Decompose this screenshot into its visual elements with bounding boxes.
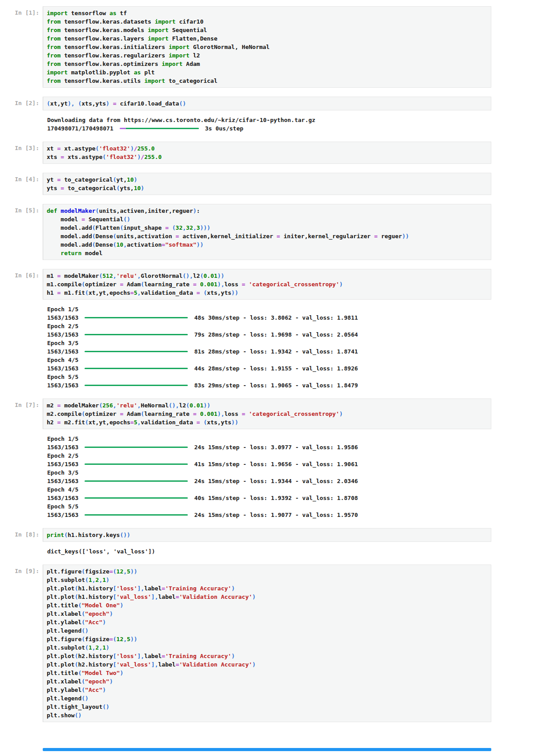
- code-editor[interactable]: print(h1.history.keys()): [43, 528, 491, 542]
- code-token: plt.xlabel: [47, 610, 81, 617]
- code-token: =: [242, 411, 245, 417]
- code-token: 'Validation Accuracy': [179, 593, 252, 600]
- code-token: xts,yts: [207, 419, 231, 426]
- code-token: plt.ylabel: [47, 619, 81, 626]
- code-editor[interactable]: yt = to_categorical(yt,10)yts = to_categ…: [43, 173, 491, 195]
- code-token: optimizer: [85, 411, 120, 417]
- code-token: validation_data: [141, 289, 196, 296]
- code-token: )): [203, 402, 210, 409]
- code-token: yts,: [120, 185, 134, 191]
- output-line: Epoch 2/5: [47, 451, 358, 460]
- output-line: Epoch 1/5: [47, 305, 358, 313]
- code-token: (: [113, 241, 117, 248]
- code-token: learning_rate: [144, 411, 193, 417]
- code-token: model.add: [47, 241, 92, 248]
- cell-output-row: dict_keys(['loss', 'val_loss']): [0, 547, 534, 556]
- progress-left-label: 1563/1563: [47, 495, 78, 501]
- code-token: ,: [123, 568, 127, 575]
- output-prompt-spacer: [0, 435, 43, 519]
- progress-bar: [85, 514, 188, 516]
- code-line: plt.subplot(1,2,1): [47, 576, 487, 584]
- code-token: plt.figure: [47, 568, 81, 575]
- code-token: h1.history: [78, 593, 113, 600]
- cell-input-row: In [2]:(xt,yt), (xts,yts) = cifar10.load…: [0, 97, 534, 110]
- code-editor[interactable]: m1 = modelMaker(512,'relu',GlorotNormal(…: [43, 269, 491, 300]
- code-editor[interactable]: xt = xt.astype('float32')/255.0xts = xts…: [43, 142, 491, 164]
- progress-bar: [85, 368, 188, 369]
- code-token: 1: [89, 644, 92, 651]
- code-token: cifar10.load_data: [117, 100, 179, 107]
- code-line: from tensorflow.keras.initializers impor…: [47, 43, 487, 51]
- code-token: loss: [224, 281, 242, 288]
- code-line: from tensorflow.keras.optimizers import …: [47, 60, 487, 68]
- code-token: figsize: [85, 568, 109, 575]
- code-line: plt.plot(h1.history['loss'],label='Train…: [47, 584, 487, 593]
- code-editor[interactable]: import tensorflow as tffrom tensorflow.k…: [43, 6, 491, 88]
- notebook-cell: In [8]:print(h1.history.keys())dict_keys…: [0, 528, 534, 556]
- code-token: GlorotNormal: [141, 272, 182, 279]
- code-token: (): [81, 627, 89, 634]
- code-token: [: [113, 593, 117, 600]
- code-token: ): [106, 100, 109, 107]
- code-editor[interactable]: (xt,yt), (xts,yts) = cifar10.load_data(): [43, 97, 491, 110]
- code-token: Sequential: [85, 216, 123, 223]
- output-line: 1563/156324s 15ms/step - loss: 3.0977 - …: [47, 443, 358, 451]
- input-prompt: In [7]:: [0, 398, 43, 408]
- code-token: from: [47, 35, 61, 42]
- code-token: ): [120, 670, 123, 676]
- input-prompt: In [1]:: [0, 6, 43, 16]
- code-token: )): [231, 419, 239, 426]
- code-token: xts.astype: [64, 154, 102, 160]
- code-token: plt.xlabel: [47, 678, 81, 685]
- code-token: ],: [151, 593, 158, 600]
- output-prompt-spacer: [0, 547, 43, 556]
- progress-right-label: 24s 15ms/step - loss: 1.9077 - val_loss:…: [194, 512, 358, 518]
- cell-output-row: Epoch 1/51563/156324s 15ms/step - loss: …: [0, 435, 534, 519]
- collapsed-cell-bar[interactable]: [43, 748, 491, 751]
- code-token: plt.legend: [47, 695, 81, 702]
- code-token: [245, 281, 249, 288]
- code-token: xt,yt,epochs: [89, 289, 130, 296]
- code-token: from: [47, 44, 61, 50]
- code-line: plt.figure(figsize=(12,5)): [47, 635, 487, 643]
- code-token: )): [402, 233, 409, 240]
- code-token: (: [141, 281, 144, 288]
- code-token: (: [92, 224, 96, 231]
- notebook-cell: In [4]:yt = to_categorical(yt,10)yts = t…: [0, 173, 534, 195]
- code-token: =: [242, 281, 245, 288]
- code-token: (: [186, 402, 190, 409]
- code-token: input_shape: [123, 224, 165, 231]
- code-token: ],: [151, 661, 158, 668]
- code-token: "epoch": [85, 610, 109, 617]
- code-token: h2.history: [78, 653, 113, 659]
- code-token: xts: [47, 154, 61, 160]
- cell-output-row: Downloading data from https://www.cs.tor…: [0, 116, 534, 133]
- code-token: tensorflow.keras.layers: [61, 35, 148, 42]
- code-token: 'float32': [99, 145, 130, 152]
- code-token: (: [85, 577, 89, 583]
- progress-left-label: 1563/1563: [47, 444, 78, 451]
- code-token: from: [47, 18, 61, 25]
- output-line: 1563/156341s 15ms/step - loss: 1.9656 - …: [47, 460, 358, 468]
- code-token: 10: [127, 176, 134, 183]
- code-token: 5: [127, 568, 130, 575]
- code-editor[interactable]: plt.figure(figsize=(12,5))plt.subplot(1,…: [43, 565, 491, 722]
- code-line: plt.plot(h1.history['val_loss'],label='V…: [47, 593, 487, 601]
- code-token: (: [92, 233, 96, 240]
- code-token: plt.show: [47, 712, 75, 719]
- code-token: (: [113, 636, 117, 642]
- code-token: (: [81, 687, 85, 693]
- code-token: ,: [123, 241, 127, 248]
- code-token: ()): [120, 532, 130, 538]
- output-line: Epoch 3/5: [47, 468, 358, 477]
- code-token: Flatten: [96, 224, 120, 231]
- code-token: h1: [47, 289, 57, 296]
- code-token: tensorflow: [68, 10, 109, 16]
- code-token: )): [130, 636, 138, 642]
- code-editor[interactable]: m2 = modelMaker(256,'relu',HeNormal(),l2…: [43, 398, 491, 429]
- code-token: label: [144, 585, 162, 592]
- code-token: 512: [102, 272, 113, 279]
- code-editor[interactable]: def modelMaker(units,activen,initer,regu…: [43, 204, 491, 260]
- notebook-cell: In [6]:m1 = modelMaker(512,'relu',Glorot…: [0, 269, 534, 390]
- output-line: 1563/156344s 28ms/step - loss: 1.9155 - …: [47, 364, 358, 373]
